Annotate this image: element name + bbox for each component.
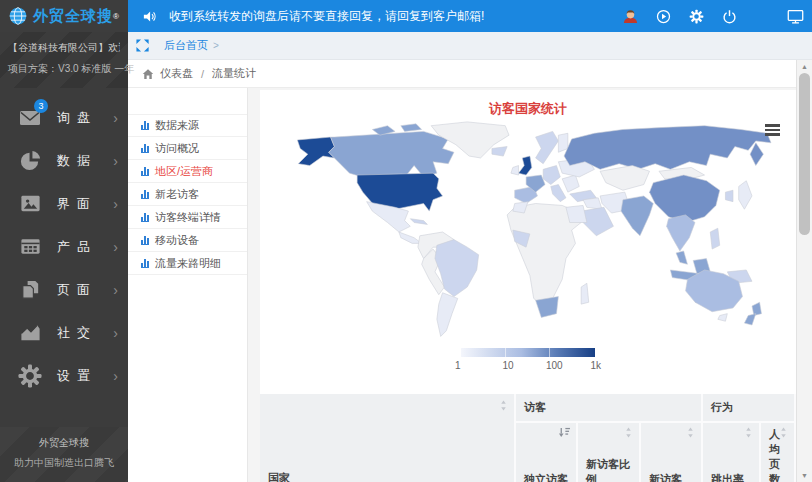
country-stats-table: 国家 访客 行为 独立访客 <box>260 394 796 482</box>
play-circle-icon[interactable] <box>654 7 672 25</box>
user-avatar[interactable] <box>621 7 639 25</box>
column-header-new-visitor-ratio[interactable]: 新访客比例 <box>577 422 640 482</box>
map-region-finland[interactable] <box>558 133 567 152</box>
map-region-egypt[interactable] <box>566 205 587 222</box>
sidebar-item-social[interactable]: 社交 › <box>0 311 128 354</box>
power-icon[interactable] <box>720 7 738 25</box>
map-region-ireland[interactable] <box>511 166 519 175</box>
map-region-philippines[interactable] <box>710 228 719 249</box>
sidebar-menu: 3 询盘 › 数据 › <box>0 88 128 397</box>
legend-tick: 1 <box>455 360 461 371</box>
column-header-unique-visitors[interactable]: 独立访客 <box>515 422 577 482</box>
map-region-united-kingdom[interactable] <box>519 156 532 175</box>
chart-export-menu-icon[interactable] <box>765 124 780 138</box>
map-region-madagascar[interactable] <box>581 283 589 304</box>
map-region-germany[interactable] <box>543 166 560 185</box>
map-scale-legend: 1 10 100 1k <box>260 348 796 382</box>
stats-submenu: 数据来源 访问概况 地区/运营商 新老访客 访客终端详情 移动设备 流量来路明细 <box>128 88 248 482</box>
sidebar-item-pages[interactable]: 页面 › <box>0 268 128 311</box>
column-label: 新访客比例 <box>586 458 630 482</box>
sort-icon[interactable] <box>624 427 633 440</box>
monitor-icon[interactable] <box>786 7 804 25</box>
submenu-item-mobile-devices[interactable]: 移动设备 <box>128 229 247 252</box>
home-icon <box>142 68 154 80</box>
settings-gear-icon[interactable] <box>687 7 705 25</box>
sidebar-item-label: 界面 <box>57 195 113 213</box>
submenu-item-new-old-visitors[interactable]: 新老访客 <box>128 183 247 206</box>
plan-text: 项目方案：V3.0 标准版 一年 <box>8 62 120 76</box>
submenu-item-data-source[interactable]: 数据来源 <box>128 114 247 137</box>
map-region-scandinavia[interactable] <box>536 131 559 163</box>
sidebar-item-data[interactable]: 数据 › <box>0 139 128 182</box>
map-region-japan[interactable] <box>739 181 752 209</box>
group-header-visitors: 访客 <box>515 394 702 422</box>
sidebar-header: 【谷道科技有限公司】欢迎您! 项目方案：V3.0 标准版 一年 <box>0 32 128 88</box>
notice-area: 收到系统转发的询盘后请不要直接回复，请回复到客户邮箱! <box>142 8 621 25</box>
map-region-new-zealand-south[interactable] <box>744 314 755 325</box>
map-region-canada-islands <box>401 124 422 132</box>
gear-icon <box>16 363 44 389</box>
sidebar-item-settings[interactable]: 设置 › <box>0 354 128 397</box>
map-region-south-africa[interactable] <box>536 297 559 318</box>
submenu-label: 移动设备 <box>155 233 199 248</box>
breadcrumb-separator: / <box>201 68 204 80</box>
brand-logo[interactable]: 外贸全球搜 ® <box>0 0 128 32</box>
submenu-label: 地区/运营商 <box>155 164 213 179</box>
sort-desc-active-icon[interactable] <box>558 427 570 440</box>
sidebar-item-products[interactable]: 产品 › <box>0 225 128 268</box>
column-header-new-visitors[interactable]: 新访客 <box>640 422 702 482</box>
map-region-italy[interactable] <box>551 185 566 202</box>
pie-chart-icon <box>16 148 44 174</box>
chevron-right-icon: › <box>113 111 118 125</box>
app-grid-icon[interactable] <box>753 7 771 25</box>
sort-icon[interactable] <box>779 427 788 440</box>
map-region-southeast-asia[interactable] <box>667 215 695 251</box>
vertical-scrollbar[interactable]: ▲ ▼ <box>796 60 812 482</box>
chevron-right-icon: › <box>113 197 118 211</box>
sidebar-item-inquiries[interactable]: 3 询盘 › <box>0 96 128 139</box>
sort-icon[interactable] <box>744 427 753 440</box>
submenu-item-visit-overview[interactable]: 访问概况 <box>128 137 247 160</box>
map-region-russia[interactable] <box>564 126 771 170</box>
legend-tick: 100 <box>546 360 563 371</box>
submenu-item-terminal-details[interactable]: 访客终端详情 <box>128 206 247 229</box>
map-region-alaska[interactable] <box>297 137 334 165</box>
sort-icon[interactable] <box>499 400 508 413</box>
scrollbar-thumb[interactable] <box>799 73 810 235</box>
map-region-central-america[interactable] <box>399 232 422 243</box>
map-region-malaysia[interactable] <box>676 251 687 264</box>
submenu-label: 新老访客 <box>155 187 199 202</box>
legend-tick-labels: 1 10 100 1k <box>453 360 603 372</box>
sidebar-footer: 外贸全球搜 助力中国制造出口腾飞 <box>0 427 128 482</box>
column-header-country[interactable]: 国家 <box>260 394 515 482</box>
footer-slogan: 助力中国制造出口腾飞 <box>0 456 128 470</box>
backend-home-link[interactable]: 后台首页 <box>164 38 208 53</box>
map-region-argentina[interactable] <box>437 293 458 337</box>
sidebar-item-interface[interactable]: 界面 › <box>0 182 128 225</box>
legend-tick: 10 <box>503 360 514 371</box>
map-region-iceland[interactable] <box>492 147 507 156</box>
column-header-bounce-rate[interactable]: 跳出率 <box>702 422 760 482</box>
column-header-pages-per-visit[interactable]: 人均页数 <box>760 422 795 482</box>
submenu-label: 流量来路明细 <box>155 256 221 271</box>
submenu-item-region-carrier[interactable]: 地区/运营商 <box>128 160 247 183</box>
area-chart-icon <box>16 320 44 346</box>
chevron-right-icon: › <box>113 326 118 340</box>
sort-icon[interactable] <box>686 427 695 440</box>
map-region-india[interactable] <box>621 196 653 236</box>
expand-fullscreen-icon[interactable] <box>128 32 156 60</box>
bar-chart-icon <box>141 213 149 222</box>
submenu-label: 访问概况 <box>155 141 199 156</box>
map-region-south-korea[interactable] <box>725 190 733 201</box>
scroll-up-arrow[interactable]: ▲ <box>797 63 812 70</box>
map-region-canada[interactable] <box>329 131 454 178</box>
footer-brand: 外贸全球搜 <box>0 436 128 450</box>
submenu-label: 访客终端详情 <box>155 210 221 225</box>
group-header-behavior: 行为 <box>702 394 795 422</box>
submenu-item-traffic-sources[interactable]: 流量来路明细 <box>128 252 247 275</box>
breadcrumb-section[interactable]: 仪表盘 <box>160 66 193 81</box>
breadcrumb: 仪表盘 / 流量统计 <box>128 60 796 88</box>
map-region-new-zealand-north[interactable] <box>752 302 761 315</box>
scroll-down-arrow[interactable]: ▼ <box>797 472 812 479</box>
map-region-tasmania <box>718 314 727 322</box>
